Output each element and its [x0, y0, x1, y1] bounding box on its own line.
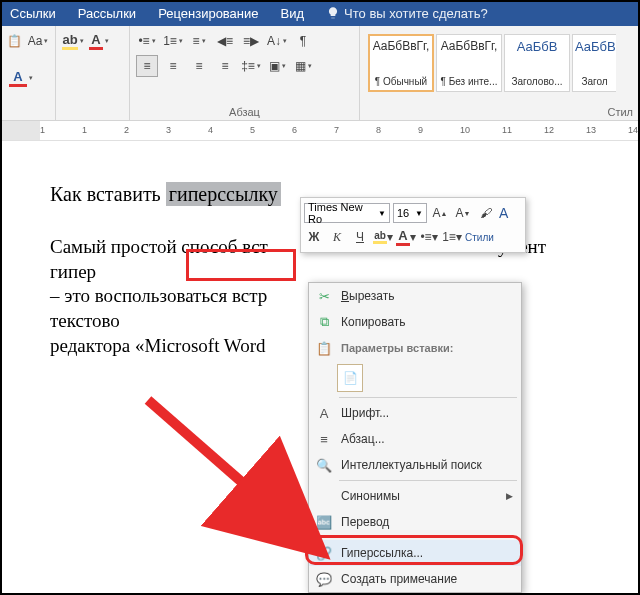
- format-painter-button[interactable]: 🖌: [476, 203, 496, 223]
- line-spacing-button[interactable]: ‡≡: [240, 55, 262, 77]
- font-color2-button[interactable]: A: [88, 30, 110, 52]
- ctx-font[interactable]: AШрифт...: [309, 400, 521, 426]
- copy-icon: ⧉: [315, 313, 333, 331]
- highlight-button[interactable]: ab: [62, 30, 84, 52]
- paragraph-icon: ≡: [315, 430, 333, 448]
- ctx-paste-header: 📋Параметры вставки:: [309, 335, 521, 361]
- clipboard-button[interactable]: 📋: [6, 30, 23, 52]
- ctx-smart-lookup[interactable]: 🔍Интеллектуальный поиск: [309, 452, 521, 478]
- align-right-button[interactable]: ≡: [188, 55, 210, 77]
- ctx-hyperlink[interactable]: 🔗Гиперссылка...: [309, 540, 521, 566]
- mini-numbering-button[interactable]: 1≡▾: [442, 227, 462, 247]
- sort-button[interactable]: A↓: [266, 30, 288, 52]
- justify-button[interactable]: ≡: [214, 55, 236, 77]
- translate-icon: 🔤: [315, 513, 333, 531]
- mini-bullets-button[interactable]: •≡▾: [419, 227, 439, 247]
- indent-button[interactable]: ≡▶: [240, 30, 262, 52]
- font-icon: A: [315, 404, 333, 422]
- style-nospacing[interactable]: АаБбВвГг,¶ Без инте...: [436, 34, 502, 92]
- mini-styles-button[interactable]: A: [499, 205, 508, 221]
- group-paragraph-label: Абзац: [136, 104, 353, 118]
- ribbon: 📋Aa A ab A •≡ 1≡ ≡ ◀≡ ≡▶ A↓ ¶ ≡ ≡: [0, 26, 640, 121]
- ctx-copy[interactable]: ⧉Копировать: [309, 309, 521, 335]
- tab-view[interactable]: Вид: [281, 6, 305, 21]
- mini-bold-button[interactable]: Ж: [304, 227, 324, 247]
- search-icon: 🔍: [315, 456, 333, 474]
- context-menu: ✂Вырезать ⧉Копировать 📋Параметры вставки…: [308, 282, 522, 593]
- link-icon: 🔗: [315, 544, 333, 562]
- comment-icon: 💬: [315, 570, 333, 588]
- show-marks-button[interactable]: ¶: [292, 30, 314, 52]
- ctx-cut[interactable]: ✂Вырезать: [309, 283, 521, 309]
- numbering-button[interactable]: 1≡: [162, 30, 184, 52]
- mini-styles-label[interactable]: Стили: [465, 232, 494, 243]
- paste-icon: 📋: [315, 339, 333, 357]
- font-case-button[interactable]: Aa: [27, 30, 49, 52]
- font-color-button[interactable]: A: [6, 67, 36, 89]
- selected-text[interactable]: гиперссылку: [166, 182, 281, 206]
- bullets-button[interactable]: •≡: [136, 30, 158, 52]
- grow-font-button[interactable]: A▲: [430, 203, 450, 223]
- mini-font-combo[interactable]: Times New Ro▼: [304, 203, 390, 223]
- ctx-paragraph[interactable]: ≡Абзац...: [309, 426, 521, 452]
- mini-fontcolor-button[interactable]: A▾: [396, 227, 416, 247]
- style-heading1[interactable]: АаБбВЗаголово...: [504, 34, 570, 92]
- tab-review[interactable]: Рецензирование: [158, 6, 258, 21]
- mini-highlight-button[interactable]: ab▾: [373, 227, 393, 247]
- paste-option-keep[interactable]: 📄: [337, 364, 363, 392]
- style-heading2[interactable]: АаБбВЗагол: [572, 34, 616, 92]
- lightbulb-icon: [326, 6, 340, 20]
- svg-line-0: [148, 400, 308, 540]
- styles-gallery[interactable]: АаБбВвГг,¶ Обычный АаБбВвГг,¶ Без инте..…: [364, 30, 639, 96]
- style-normal[interactable]: АаБбВвГг,¶ Обычный: [368, 34, 434, 92]
- ctx-new-comment[interactable]: 💬Создать примечание: [309, 566, 521, 592]
- align-left-button[interactable]: ≡: [136, 55, 158, 77]
- group-styles-label: Стил: [364, 104, 639, 118]
- align-center-button[interactable]: ≡: [162, 55, 184, 77]
- ctx-synonyms[interactable]: Синонимы▶: [309, 483, 521, 509]
- annotation-arrow: [118, 390, 338, 560]
- tab-links[interactable]: Ссылки: [10, 6, 56, 21]
- outdent-button[interactable]: ◀≡: [214, 30, 236, 52]
- mini-italic-button[interactable]: К: [327, 227, 347, 247]
- mini-underline-button[interactable]: Ч: [350, 227, 370, 247]
- tab-mailings[interactable]: Рассылки: [78, 6, 136, 21]
- shrink-font-button[interactable]: A▼: [453, 203, 473, 223]
- mini-size-combo[interactable]: 16▼: [393, 203, 427, 223]
- ctx-translate[interactable]: 🔤Перевод: [309, 509, 521, 535]
- multilevel-button[interactable]: ≡: [188, 30, 210, 52]
- cut-icon: ✂: [315, 287, 333, 305]
- tell-me-search[interactable]: Что вы хотите сделать?: [326, 6, 488, 21]
- ruler[interactable]: 11234567891011121314: [0, 121, 640, 141]
- chevron-right-icon: ▶: [506, 491, 513, 501]
- mini-toolbar: Times New Ro▼ 16▼ A▲ A▼ 🖌 A Ж К Ч ab▾ A▾…: [300, 197, 526, 253]
- borders-button[interactable]: ▦: [292, 55, 314, 77]
- ribbon-tabs: Ссылки Рассылки Рецензирование Вид Что в…: [0, 0, 640, 26]
- shading-button[interactable]: ▣: [266, 55, 288, 77]
